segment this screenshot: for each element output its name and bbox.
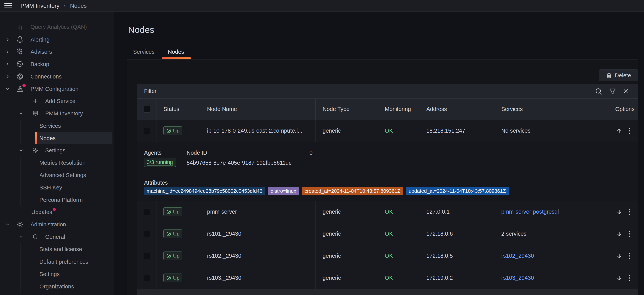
sidebar-item-pmm-configuration[interactable]: PMM Configuration — [0, 83, 114, 95]
kebab-menu-icon[interactable] — [628, 127, 631, 135]
breadcrumb-parent[interactable]: PMM Inventory — [20, 3, 60, 9]
monitoring-status-link[interactable]: OK — [385, 231, 393, 237]
expand-row-arrow-down-icon[interactable] — [616, 253, 622, 259]
filter-funnel-icon[interactable] — [609, 87, 616, 95]
sidebar-item-ssh-key[interactable]: SSH Key — [0, 181, 114, 194]
sidebar-item-label: PMM Configuration — [30, 86, 78, 92]
row-checkbox[interactable] — [144, 253, 150, 259]
gear-icon — [16, 221, 24, 228]
sidebar-item-services[interactable]: Services — [0, 120, 114, 132]
chevron-right-icon[interactable] — [5, 62, 10, 67]
sidebar-item-administration[interactable]: Administration — [0, 218, 114, 231]
sidebar-item-label: Stats and license — [40, 246, 82, 252]
delete-button[interactable]: Delete — [599, 69, 638, 81]
chevron-down-icon[interactable] — [5, 86, 10, 91]
notification-dot — [53, 208, 56, 211]
expand-row-arrow-down-icon[interactable] — [616, 231, 622, 237]
kebab-menu-icon[interactable] — [628, 230, 631, 238]
table-row: Up pmm-server generic OK 127.0.0.1 pmm-s… — [137, 201, 638, 223]
expand-row-arrow-down-icon[interactable] — [616, 275, 622, 281]
row-checkbox[interactable] — [144, 128, 150, 134]
chevron-down-icon[interactable] — [5, 222, 10, 227]
sidebar-item-general[interactable]: General — [0, 231, 114, 243]
service-link[interactable]: rs102_29430 — [501, 253, 534, 259]
sidebar-item-percona-platform[interactable]: Percona Platform — [0, 194, 114, 206]
row-checkbox[interactable] — [144, 231, 150, 237]
status-badge: Up — [164, 251, 182, 260]
collapse-row-arrow-up-icon[interactable] — [616, 128, 622, 134]
sidebar-item-label: Advanced Settings — [40, 172, 86, 178]
sidebar-item-connections[interactable]: Connections — [0, 70, 114, 83]
sidebar-item-label: Connections — [30, 74, 62, 80]
sidebar-item-label: Administration — [30, 221, 66, 228]
chevron-down-icon[interactable] — [18, 111, 24, 116]
sidebar-item-nodes[interactable]: Nodes — [0, 132, 114, 144]
monitoring-status-link[interactable]: OK — [385, 128, 393, 134]
kebab-menu-icon[interactable] — [628, 208, 631, 216]
services-cell: No services — [494, 120, 608, 142]
column-header-monitoring[interactable]: Monitoring — [378, 99, 419, 120]
column-header-address[interactable]: Address — [419, 99, 494, 120]
sidebar-item-add-service[interactable]: Add Service — [0, 95, 114, 107]
sidebar-item-metrics-resolution[interactable]: Metrics Resolution — [0, 157, 114, 169]
column-header-options[interactable]: Options — [608, 99, 638, 120]
chevron-right-icon[interactable] — [5, 37, 10, 42]
top-bar: PMM Inventory › Nodes — [0, 0, 644, 12]
connections-icon — [16, 73, 24, 80]
column-header-node-name[interactable]: Node Name — [200, 99, 316, 120]
sidebar-item-advanced-settings[interactable]: Advanced Settings — [0, 169, 114, 181]
tab-services[interactable]: Services — [133, 49, 154, 55]
node-id-value: 54b97658-8e7e-405e-9187-192fbb5611dc — [186, 160, 292, 166]
sidebar-item-advisors[interactable]: Advisors — [0, 46, 114, 58]
expand-row-arrow-down-icon[interactable] — [616, 209, 622, 215]
close-icon[interactable] — [622, 88, 629, 95]
sidebar-item-default-preferences[interactable]: Default preferences — [0, 255, 114, 268]
horizontal-scrollbar-track[interactable] — [137, 289, 638, 295]
sidebar-item-stats-and-license[interactable]: Stats and license — [0, 243, 114, 255]
kebab-menu-icon[interactable] — [628, 252, 631, 260]
column-header-node-type[interactable]: Node Type — [316, 99, 378, 120]
table-row: Up rs102._29430 generic OK 172.18.0.5 rs… — [137, 245, 638, 267]
sidebar-item-settings[interactable]: Settings — [0, 144, 114, 157]
chevron-right-icon[interactable] — [5, 49, 10, 54]
active-tab-indicator — [162, 57, 191, 59]
service-link[interactable]: rs103_29430 — [501, 275, 534, 281]
sidebar-item-label: Alerting — [30, 37, 50, 43]
sidebar-item-query-analytics[interactable]: Query Analytics (QAN) — [0, 21, 114, 33]
bell-icon — [16, 36, 24, 43]
sidebar-item-organizations[interactable]: Organizations — [0, 280, 114, 293]
sidebar: Query Analytics (QAN) Alerting Advisors … — [0, 12, 114, 295]
agents-badge[interactable]: 3/3 running — [144, 158, 176, 167]
service-link[interactable]: pmm-server-postgresql — [501, 209, 559, 215]
kebab-menu-icon[interactable] — [628, 274, 631, 282]
search-icon[interactable] — [595, 87, 602, 95]
nodes-table: Filter Status Node Name Node Type Monito… — [137, 84, 638, 295]
breadcrumb-current: Nodes — [70, 3, 87, 9]
chevron-right-icon[interactable] — [5, 74, 10, 79]
sidebar-item-label: SSH Key — [40, 184, 62, 191]
sidebar-item-updates[interactable]: Updates — [0, 206, 114, 218]
column-header-services[interactable]: Services — [494, 99, 608, 120]
monitoring-status-link[interactable]: OK — [385, 275, 393, 281]
sidebar-item-label: Metrics Resolution — [40, 160, 86, 166]
sidebar-item-admin-settings[interactable]: Settings — [0, 268, 114, 280]
sidebar-item-plugins-and-data[interactable]: Plugins and data — [0, 293, 114, 295]
monitoring-status-link[interactable]: OK — [385, 253, 393, 259]
select-all-checkbox[interactable] — [144, 106, 150, 113]
row-checkbox[interactable] — [144, 275, 150, 281]
trash-icon — [606, 72, 612, 79]
menu-icon[interactable] — [4, 2, 12, 10]
monitoring-status-link[interactable]: OK — [385, 209, 393, 215]
row-checkbox[interactable] — [144, 209, 150, 215]
sidebar-item-alerting[interactable]: Alerting — [0, 34, 114, 46]
status-badge: Up — [164, 229, 182, 238]
column-header-status[interactable]: Status — [156, 99, 200, 120]
chevron-down-icon[interactable] — [18, 148, 24, 153]
sidebar-item-backup[interactable]: Backup — [0, 58, 114, 70]
sidebar-item-pmm-inventory[interactable]: PMM Inventory — [0, 107, 114, 120]
breadcrumb: PMM Inventory › Nodes — [20, 2, 87, 9]
tab-nodes[interactable]: Nodes — [168, 49, 184, 55]
node-name-cell: rs101._29430 — [200, 223, 316, 245]
chevron-down-icon[interactable] — [18, 234, 24, 239]
notification-dot — [22, 84, 26, 87]
